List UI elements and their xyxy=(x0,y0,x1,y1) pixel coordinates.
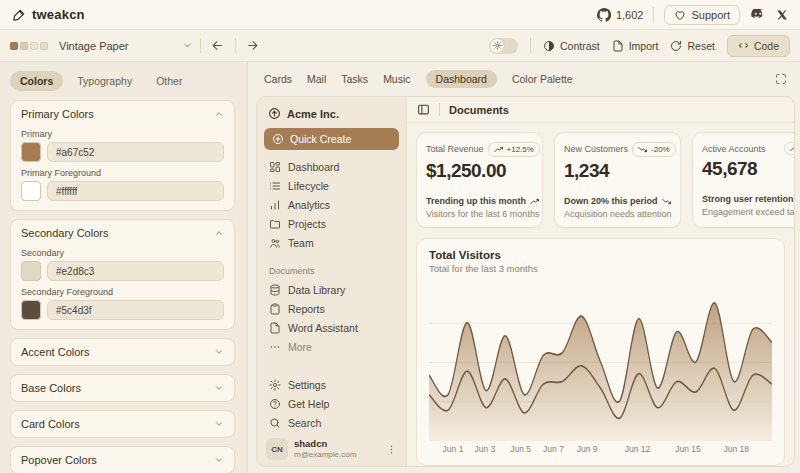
org-switcher[interactable]: Acme Inc. xyxy=(264,104,399,128)
section-header[interactable]: Secondary Colors xyxy=(11,220,234,246)
color-input-secondary[interactable] xyxy=(47,261,224,281)
trending-up-icon xyxy=(530,198,540,205)
chevron-up-icon xyxy=(214,109,224,119)
theme-editor-panel: Colors Typography Other Primary Colors P… xyxy=(0,62,248,473)
support-label: Support xyxy=(691,9,730,21)
color-input-primary[interactable] xyxy=(47,142,224,162)
tab-music[interactable]: Music xyxy=(383,70,410,88)
divider xyxy=(200,38,201,53)
section-title: Primary Colors xyxy=(21,108,94,120)
chevron-down-icon xyxy=(214,455,224,465)
color-input-secondary-foreground[interactable] xyxy=(47,300,224,320)
sidebar-item-analytics[interactable]: Analytics xyxy=(264,195,399,214)
support-button[interactable]: Support xyxy=(664,5,740,25)
section-title: Popover Colors xyxy=(21,454,97,466)
sidebar-item-team[interactable]: Team xyxy=(264,233,399,252)
color-swatch-secondary[interactable] xyxy=(21,261,41,281)
tab-other[interactable]: Other xyxy=(146,71,192,91)
swatch-1 xyxy=(10,42,18,50)
color-swatch-primary[interactable] xyxy=(21,142,41,162)
chevron-down-icon xyxy=(214,347,224,357)
tab-tasks[interactable]: Tasks xyxy=(341,70,368,88)
github-stars[interactable]: 1,602 xyxy=(597,8,644,22)
section-title: Secondary Colors xyxy=(21,227,108,239)
sidebar-item-data-library[interactable]: Data Library xyxy=(264,280,399,299)
chevron-down-icon[interactable] xyxy=(182,40,193,51)
sidebar-item-projects[interactable]: Projects xyxy=(264,214,399,233)
sidebar-item-label: Projects xyxy=(288,218,326,230)
redo-theme-button[interactable] xyxy=(243,36,263,56)
trend-badge: +12.5% xyxy=(488,142,540,157)
color-swatch-secondary-foreground[interactable] xyxy=(21,300,41,320)
dashboard-main: Documents Total Revenue +12.5% $1 xyxy=(407,97,794,466)
trend-badge xyxy=(784,142,795,155)
contrast-button[interactable]: Contrast xyxy=(543,40,600,52)
theme-name[interactable]: Vintage Paper xyxy=(59,40,129,52)
sidebar-item-label: Word Assistant xyxy=(288,322,358,334)
top-bar: tweakcn 1,602 Support xyxy=(0,0,800,30)
dashboard-preview: Acme Inc. Quick Create Dashboard xyxy=(256,96,795,467)
tab-dashboard[interactable]: Dashboard xyxy=(426,70,497,88)
sidebar-item-more[interactable]: More xyxy=(264,337,399,356)
fullscreen-button[interactable] xyxy=(773,71,789,87)
undo-theme-button[interactable] xyxy=(208,36,228,56)
code-button[interactable]: Code xyxy=(727,35,790,57)
user-name: shadcn xyxy=(294,439,356,450)
chart-title: Total Visitors xyxy=(429,249,772,261)
section-header[interactable]: Popover Colors xyxy=(11,447,234,473)
section-primary-colors: Primary Colors Primary Primary Foregroun… xyxy=(10,100,235,211)
light-dark-toggle[interactable] xyxy=(489,38,518,54)
section-header[interactable]: Card Colors xyxy=(11,411,234,437)
sidebar-item-settings[interactable]: Settings xyxy=(264,375,399,394)
sidebar-item-get-help[interactable]: Get Help xyxy=(264,394,399,413)
section-header[interactable]: Accent Colors xyxy=(11,339,234,365)
code-icon xyxy=(738,40,749,51)
sidebar-item-dashboard[interactable]: Dashboard xyxy=(264,157,399,176)
sidebar-item-lifecycle[interactable]: Lifecycle xyxy=(264,176,399,195)
chart-tick: Jun 18 xyxy=(724,444,750,454)
stats-row: Total Revenue +12.5% $1,250.00 Trending … xyxy=(407,123,794,228)
user-menu[interactable]: CN shadcn m@example.com xyxy=(264,432,399,460)
x-twitter-icon[interactable] xyxy=(776,9,788,21)
sidebar-item-label: Search xyxy=(288,417,321,429)
avatar: CN xyxy=(266,438,288,460)
brand[interactable]: tweakcn xyxy=(12,7,85,22)
section-header[interactable]: Base Colors xyxy=(11,375,234,401)
arrow-up-circle-icon xyxy=(268,107,281,120)
chart-tick: Jun 1 xyxy=(443,444,464,454)
discord-icon[interactable] xyxy=(750,8,766,21)
sidebar-item-label: Get Help xyxy=(288,398,329,410)
sidebar-item-search[interactable]: Search xyxy=(264,413,399,432)
field-label: Secondary Foreground xyxy=(21,287,224,297)
stat-value: 1,234 xyxy=(564,160,671,182)
section-popover-colors: Popover Colors xyxy=(10,446,235,473)
section-title: Accent Colors xyxy=(21,346,89,358)
color-input-primary-foreground[interactable] xyxy=(47,181,224,201)
panel-left-icon[interactable] xyxy=(417,103,430,116)
quick-create-button[interactable]: Quick Create xyxy=(264,128,399,150)
code-label: Code xyxy=(754,40,779,52)
tab-cards[interactable]: Cards xyxy=(264,70,292,88)
tab-color-palette[interactable]: Color Palette xyxy=(512,70,573,88)
refresh-icon xyxy=(670,40,682,52)
users-icon xyxy=(269,237,281,249)
section-header[interactable]: Primary Colors xyxy=(11,101,234,127)
stat-value: 45,678 xyxy=(702,158,795,180)
import-button[interactable]: Import xyxy=(612,40,659,52)
tab-colors[interactable]: Colors xyxy=(10,71,63,91)
ellipsis-vertical-icon[interactable] xyxy=(386,444,397,455)
clipboard-icon xyxy=(269,303,281,315)
section-title: Base Colors xyxy=(21,382,81,394)
org-name: Acme Inc. xyxy=(287,108,339,120)
sidebar-item-reports[interactable]: Reports xyxy=(264,299,399,318)
sidebar-item-label: Analytics xyxy=(288,199,330,211)
tab-typography[interactable]: Typography xyxy=(67,71,142,91)
sidebar-item-label: Settings xyxy=(288,379,326,391)
tab-mail[interactable]: Mail xyxy=(307,70,326,88)
sidebar-item-word-assistant[interactable]: Word Assistant xyxy=(264,318,399,337)
sidebar-item-label: Team xyxy=(288,237,314,249)
color-swatch-primary-foreground[interactable] xyxy=(21,181,41,201)
stat-title: Total Revenue xyxy=(426,142,484,154)
reset-button[interactable]: Reset xyxy=(670,40,714,52)
badge-value: -20% xyxy=(651,145,670,154)
